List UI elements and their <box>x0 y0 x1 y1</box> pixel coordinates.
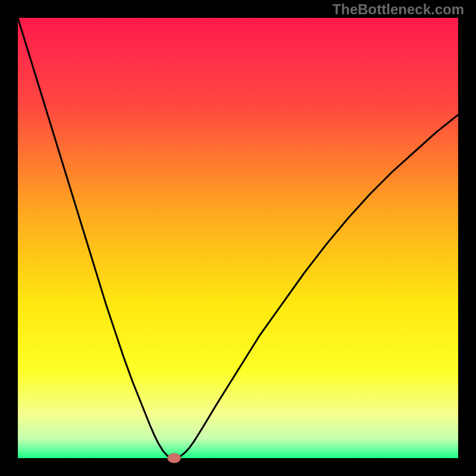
optimum-marker-icon <box>168 453 181 463</box>
plot-background <box>18 18 458 458</box>
chart-frame: TheBottleneck.com <box>0 0 476 476</box>
bottleneck-chart <box>0 0 476 476</box>
